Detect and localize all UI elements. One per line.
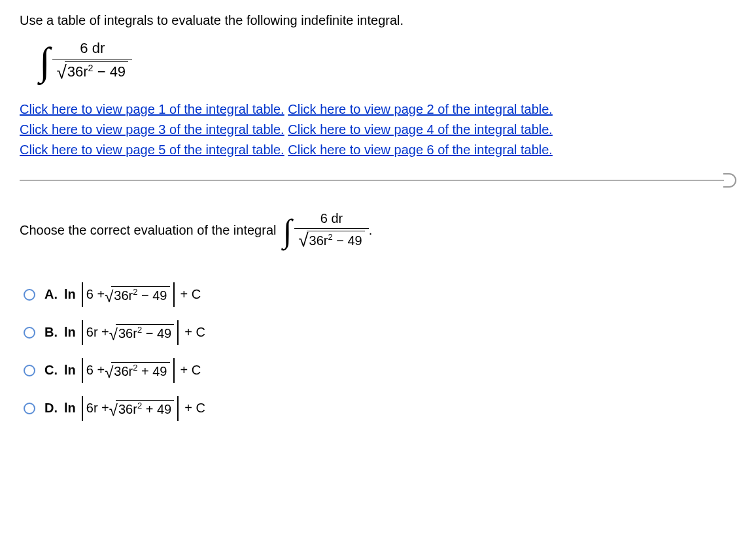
- ln-text: ln: [64, 287, 76, 302]
- link-page-3[interactable]: Click here to view page 3 of the integra…: [20, 122, 284, 137]
- link-page-5[interactable]: Click here to view page 5 of the integra…: [20, 142, 284, 157]
- integral-sign-icon: ∫: [39, 42, 50, 81]
- abs-content: 6 + √ 36r2 − 49: [85, 286, 171, 304]
- inner-pre: 6r +: [86, 401, 109, 416]
- choose-instruction: Choose the correct evaluation of the int…: [20, 211, 736, 250]
- option-c[interactable]: C. ln 6 + √ 36r2 + 49 + C: [24, 358, 736, 383]
- inner-pre: 6 +: [86, 287, 105, 302]
- abs-content: 6r + √ 36r2 + 49: [85, 400, 175, 418]
- radicand-post: − 49: [94, 63, 126, 80]
- option-letter: D.: [44, 401, 58, 416]
- section-divider: [20, 173, 736, 188]
- inner-pre: 6 +: [86, 363, 105, 378]
- divider-handle-icon[interactable]: [723, 173, 736, 188]
- sqrt: √ 36r2 − 49: [109, 324, 174, 342]
- radio-c[interactable]: [24, 365, 35, 376]
- sqrt-pre: 36r: [118, 326, 137, 341]
- choose-suffix: .: [369, 223, 373, 238]
- fraction: 6 dr √ 36r2 − 49: [52, 40, 132, 82]
- sqrt: √ 36r2 + 49: [105, 362, 169, 380]
- denominator: √ 36r2 − 49: [294, 228, 369, 250]
- sqrt-pre: 36r: [114, 288, 133, 303]
- radicand: 36r2 + 49: [111, 362, 169, 380]
- radio-d[interactable]: [24, 403, 35, 414]
- plus-c: + C: [184, 325, 205, 340]
- sqrt-pre: 36r: [118, 402, 137, 416]
- radicand: 36r2 + 49: [116, 400, 174, 418]
- instruction-text: Use a table of integrals to evaluate the…: [20, 13, 736, 28]
- sqrt: √ 36r2 − 49: [298, 231, 365, 248]
- radicand: 36r2 − 49: [307, 231, 365, 248]
- radicand-pre: 36r: [67, 63, 88, 80]
- sqrt: √ 36r2 + 49: [109, 400, 174, 418]
- radicand-exp: 2: [88, 63, 94, 73]
- sqrt-post: − 49: [142, 326, 171, 341]
- inner-pre: 6r +: [86, 325, 109, 340]
- option-expression: ln 6 + √ 36r2 − 49 + C: [64, 282, 201, 307]
- abs-bar-icon: [82, 282, 83, 307]
- radicand: 36r2 − 49: [111, 286, 169, 304]
- option-expression: ln 6 + √ 36r2 + 49 + C: [64, 358, 201, 383]
- radicand: 36r2 − 49: [116, 324, 174, 342]
- radio-a[interactable]: [24, 289, 35, 301]
- abs-value: 6r + √ 36r2 − 49: [80, 320, 180, 345]
- plus-c: + C: [180, 287, 201, 302]
- options-group: A. ln 6 + √ 36r2 − 49 + C: [24, 282, 736, 421]
- ln-text: ln: [64, 325, 76, 340]
- option-letter: B.: [44, 325, 58, 340]
- abs-bar-icon: [82, 320, 83, 345]
- integral-display: ∫ 6 dr √ 36r2 − 49: [39, 40, 736, 82]
- radicand-post: − 49: [333, 233, 362, 248]
- abs-bar-icon: [173, 282, 175, 307]
- sqrt-post: + 49: [137, 364, 167, 378]
- link-page-1[interactable]: Click here to view page 1 of the integra…: [20, 102, 284, 116]
- abs-bar-icon: [82, 396, 83, 421]
- radicand-exp: 2: [328, 232, 332, 242]
- ln-text: ln: [64, 363, 76, 378]
- sqrt-pre: 36r: [114, 364, 133, 378]
- ln-text: ln: [64, 401, 76, 416]
- link-page-4[interactable]: Click here to view page 4 of the integra…: [288, 122, 553, 137]
- abs-content: 6 + √ 36r2 + 49: [85, 362, 171, 380]
- option-expression: ln 6r + √ 36r2 + 49 + C: [64, 396, 205, 421]
- denominator: √ 36r2 − 49: [52, 59, 132, 82]
- option-b[interactable]: B. ln 6r + √ 36r2 − 49 + C: [24, 320, 736, 345]
- numerator: 6 dr: [76, 40, 109, 59]
- integral-table-links: Click here to view page 1 of the integra…: [20, 99, 736, 160]
- option-expression: ln 6r + √ 36r2 − 49 + C: [64, 320, 205, 345]
- numerator: 6 dr: [317, 211, 347, 228]
- abs-bar-icon: [177, 396, 179, 421]
- sqrt-post: + 49: [142, 402, 171, 416]
- abs-value: 6r + √ 36r2 + 49: [80, 396, 180, 421]
- fraction: 6 dr √ 36r2 − 49: [294, 211, 369, 250]
- link-page-2[interactable]: Click here to view page 2 of the integra…: [288, 102, 553, 116]
- link-page-6[interactable]: Click here to view page 6 of the integra…: [288, 142, 553, 157]
- integral-inline: ∫ 6 dr √ 36r2 − 49: [283, 211, 368, 250]
- divider-line: [20, 180, 724, 181]
- option-letter: C.: [44, 363, 58, 378]
- abs-bar-icon: [177, 320, 179, 345]
- abs-value: 6 + √ 36r2 − 49: [80, 282, 177, 307]
- sqrt: √ 36r2 − 49: [105, 286, 169, 304]
- sqrt-post: − 49: [137, 288, 167, 303]
- radicand-pre: 36r: [309, 233, 328, 248]
- integral-sign-icon: ∫: [283, 214, 292, 247]
- plus-c: + C: [184, 401, 205, 416]
- abs-value: 6 + √ 36r2 + 49: [80, 358, 177, 383]
- option-a[interactable]: A. ln 6 + √ 36r2 − 49 + C: [24, 282, 736, 307]
- option-d[interactable]: D. ln 6r + √ 36r2 + 49 + C: [24, 396, 736, 421]
- radicand: 36r2 − 49: [65, 61, 128, 80]
- abs-bar-icon: [82, 358, 83, 383]
- sqrt: √ 36r2 − 49: [56, 61, 128, 80]
- radio-b[interactable]: [24, 327, 35, 339]
- abs-bar-icon: [173, 358, 175, 383]
- abs-content: 6r + √ 36r2 − 49: [85, 324, 175, 342]
- option-letter: A.: [44, 287, 58, 302]
- choose-prefix: Choose the correct evaluation of the int…: [20, 223, 276, 238]
- plus-c: + C: [180, 363, 201, 378]
